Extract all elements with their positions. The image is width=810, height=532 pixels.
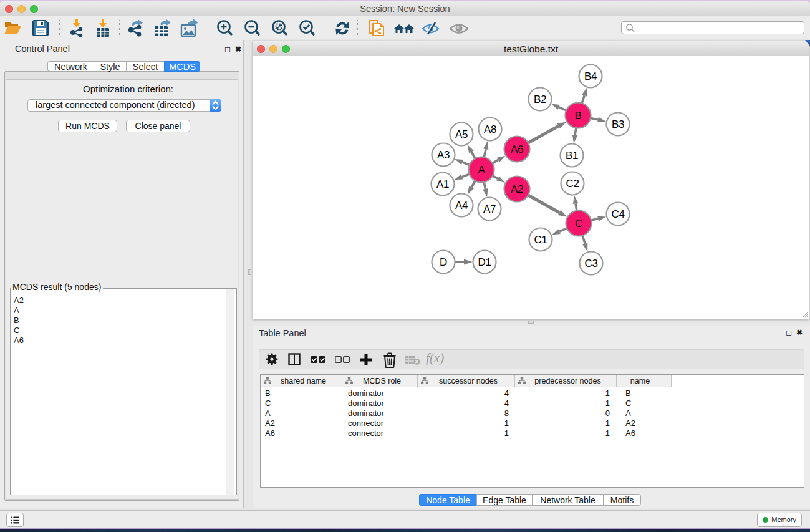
svg-text:B: B xyxy=(574,110,581,122)
svg-text:A8: A8 xyxy=(484,123,496,135)
svg-text:A2: A2 xyxy=(511,183,523,195)
svg-text:A7: A7 xyxy=(483,203,496,215)
svg-text:A5: A5 xyxy=(455,128,468,140)
svg-text:A6: A6 xyxy=(511,143,523,155)
svg-text:A1: A1 xyxy=(436,178,449,190)
svg-text:A3: A3 xyxy=(437,149,450,161)
svg-text:C3: C3 xyxy=(584,258,597,269)
svg-text:C: C xyxy=(575,218,582,230)
svg-text:D1: D1 xyxy=(478,256,491,268)
svg-text:B4: B4 xyxy=(584,70,597,82)
svg-text:A: A xyxy=(478,164,485,176)
svg-text:C2: C2 xyxy=(566,178,579,190)
svg-text:B1: B1 xyxy=(566,150,578,162)
svg-text:B2: B2 xyxy=(534,94,546,105)
svg-text:C1: C1 xyxy=(534,234,547,246)
svg-text:A4: A4 xyxy=(455,200,468,211)
svg-text:D: D xyxy=(440,256,447,268)
svg-text:C4: C4 xyxy=(611,208,624,220)
svg-text:B3: B3 xyxy=(612,118,624,130)
